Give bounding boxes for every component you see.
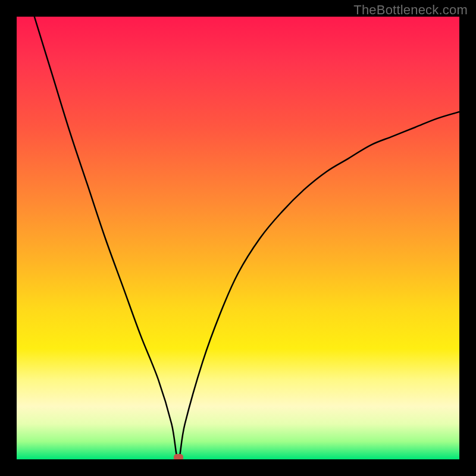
minimum-marker-icon [174,454,183,459]
chart-frame: TheBottleneck.com [0,0,476,476]
watermark-text: TheBottleneck.com [353,2,468,18]
plot-area [17,17,459,459]
curve-path [35,17,459,459]
bottleneck-curve [17,17,459,459]
